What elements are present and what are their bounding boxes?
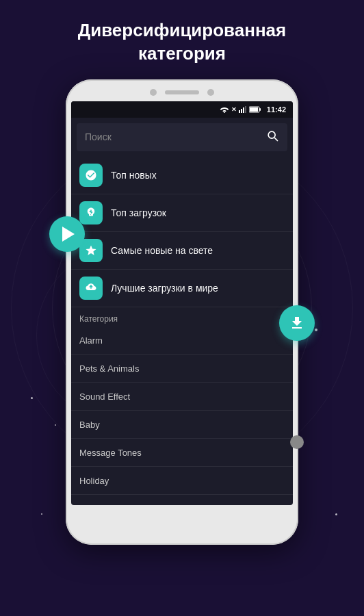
- phone-screen: ✕ 11:42: [71, 101, 293, 505]
- status-bar: ✕ 11:42: [71, 101, 293, 118]
- menu-icon-best-downloads: [79, 277, 103, 300]
- menu-label-top-downloads: Топ загрузок: [111, 207, 166, 218]
- category-item-message-tones[interactable]: Message Tones: [71, 439, 293, 467]
- menu-label-top-new: Топ новых: [111, 170, 157, 181]
- menu-label-newest: Самые новые на свете: [111, 245, 213, 256]
- star-icon: [85, 244, 97, 257]
- play-icon: [62, 227, 75, 242]
- menu-item-top-new[interactable]: Топ новых: [71, 157, 293, 194]
- check-badge-icon: [85, 169, 97, 181]
- download-float-button[interactable]: [279, 305, 315, 341]
- svg-rect-0: [239, 110, 240, 113]
- phone-top-bar: [71, 89, 293, 96]
- menu-label-best-downloads: Лучшие загрузки в мире: [111, 283, 218, 294]
- status-icons: ✕: [220, 106, 261, 113]
- menu-item-best-downloads[interactable]: Лучшие загрузки в мире: [71, 270, 293, 307]
- phone-container: ✕ 11:42: [66, 79, 298, 545]
- svg-rect-1: [241, 109, 242, 113]
- category-item-alarm[interactable]: Alarm: [71, 326, 293, 355]
- menu-icon-top-downloads: [79, 201, 103, 224]
- sparkle-5: [335, 513, 337, 515]
- play-button[interactable]: [49, 216, 85, 252]
- category-item-funny[interactable]: Funny: [71, 495, 293, 505]
- sparkle-1: [31, 397, 33, 399]
- category-item-baby[interactable]: Baby: [71, 411, 293, 439]
- category-item-sound-effect[interactable]: Sound Effect: [71, 383, 293, 411]
- signal-bars-icon: [239, 106, 247, 113]
- category-label-baby: Baby: [79, 420, 100, 430]
- signal-x-icon: ✕: [231, 106, 237, 113]
- phone-sensor: [207, 89, 214, 96]
- sparkle-2: [55, 424, 56, 426]
- category-label-sound-effect: Sound Effect: [79, 392, 130, 402]
- category-item-pets[interactable]: Pets & Animals: [71, 355, 293, 383]
- category-header: Категория: [71, 307, 293, 326]
- sparkle-6: [41, 513, 42, 515]
- phone-speaker: [165, 90, 199, 94]
- menu-item-newest[interactable]: Самые новые на свете: [71, 232, 293, 270]
- page-title: Диверсифицированная категория: [51, 0, 314, 79]
- phone-shell: ✕ 11:42: [66, 79, 298, 545]
- sparkle-3: [315, 329, 317, 331]
- category-label-holiday: Holiday: [79, 476, 109, 486]
- battery-icon: [249, 106, 261, 113]
- category-label-message-tones: Message Tones: [79, 448, 142, 458]
- category-label-funny: Funny: [79, 504, 104, 505]
- svg-rect-6: [250, 107, 258, 112]
- search-icon[interactable]: [265, 129, 279, 146]
- upload-icon: [85, 207, 97, 219]
- svg-rect-2: [243, 107, 244, 113]
- search-bar[interactable]: Поиск: [77, 123, 287, 151]
- cloud-download-icon: [289, 315, 305, 331]
- category-label-pets: Pets & Animals: [79, 363, 139, 374]
- search-placeholder: Поиск: [85, 131, 265, 142]
- category-item-holiday[interactable]: Holiday: [71, 467, 293, 495]
- category-section: Категория Alarm Pets & Animals Sound Eff…: [71, 307, 293, 505]
- status-time: 11:42: [267, 105, 286, 114]
- cloud-icon: [85, 282, 97, 294]
- svg-rect-3: [245, 106, 246, 113]
- wifi-icon: [220, 106, 229, 113]
- category-label-alarm: Alarm: [79, 335, 103, 346]
- gray-indicator: [290, 435, 304, 449]
- menu-icon-top-new: [79, 164, 103, 187]
- phone-camera: [150, 89, 157, 96]
- menu-section: Топ новых Топ загрузок: [71, 157, 293, 307]
- menu-item-top-downloads[interactable]: Топ загрузок: [71, 194, 293, 232]
- svg-rect-5: [259, 108, 261, 111]
